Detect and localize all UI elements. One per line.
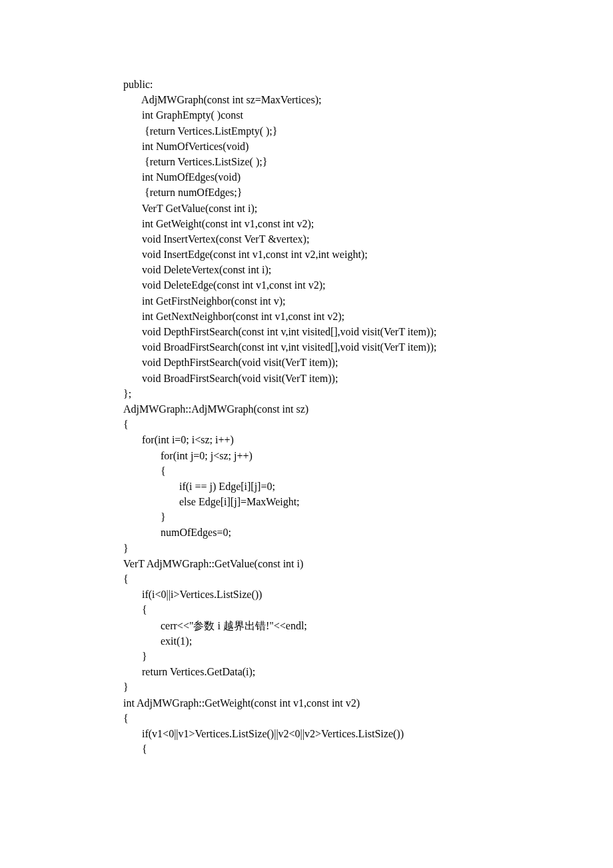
- code-line: void InsertEdge(const int v1,const int v…: [123, 247, 613, 262]
- code-line: AdjMWGraph(const int sz=MaxVertices);: [123, 92, 613, 107]
- code-line: }: [123, 649, 613, 664]
- code-line: int AdjMWGraph::GetWeight(const int v1,c…: [123, 695, 613, 711]
- code-line: int GetFirstNeighbor(const int v);: [123, 293, 613, 309]
- code-line: AdjMWGraph::AdjMWGraph(const int sz): [123, 401, 613, 417]
- code-line: {return Vertices.ListEmpty( );}: [123, 123, 613, 139]
- code-line: return Vertices.GetData(i);: [123, 664, 613, 679]
- code-line: {: [123, 417, 613, 432]
- code-line: numOfEdges=0;: [123, 525, 613, 540]
- code-line: else Edge[i][j]=MaxWeight;: [123, 494, 613, 509]
- code-line: {return Vertices.ListSize( );}: [123, 154, 613, 169]
- code-line: {: [123, 741, 613, 757]
- code-line: if(i<0||i>Vertices.ListSize()): [123, 587, 613, 602]
- code-line: {: [123, 463, 613, 479]
- code-line: {return numOfEdges;}: [123, 185, 613, 200]
- code-line: if(i == j) Edge[i][j]=0;: [123, 479, 613, 494]
- code-line: }: [123, 679, 613, 695]
- code-line: void BroadFirstSearch(const int v,int vi…: [123, 339, 613, 355]
- code-listing: public: AdjMWGraph(const int sz=MaxVerti…: [123, 77, 613, 757]
- code-line: {: [123, 571, 613, 587]
- code-line: VerT AdjMWGraph::GetValue(const int i): [123, 556, 613, 571]
- code-line: void BroadFirstSearch(void visit(VerT it…: [123, 371, 613, 386]
- code-line: int GetWeight(const int v1,const int v2)…: [123, 216, 613, 231]
- code-line: {: [123, 711, 613, 726]
- code-line: public:: [123, 77, 613, 92]
- code-line: VerT GetValue(const int i);: [123, 201, 613, 216]
- document-page: public: AdjMWGraph(const int sz=MaxVerti…: [0, 0, 613, 868]
- code-line: int GraphEmpty( )const: [123, 107, 613, 123]
- code-line: int NumOfVertices(void): [123, 139, 613, 154]
- code-line: }: [123, 541, 613, 556]
- code-line: exit(1);: [123, 633, 613, 649]
- code-line: cerr<<"参数 i 越界出错!"<<endl;: [123, 618, 613, 633]
- code-line: int GetNextNeighbor(const int v1,const i…: [123, 309, 613, 324]
- code-line: void DeleteEdge(const int v1,const int v…: [123, 277, 613, 293]
- code-line: {: [123, 602, 613, 617]
- code-line: if(v1<0||v1>Vertices.ListSize()||v2<0||v…: [123, 726, 613, 741]
- code-line: void DeleteVertex(const int i);: [123, 262, 613, 277]
- code-line: for(int i=0; i<sz; i++): [123, 432, 613, 447]
- code-line: void DepthFirstSearch(const int v,int vi…: [123, 324, 613, 339]
- code-line: }: [123, 509, 613, 525]
- code-line: void InsertVertex(const VerT &vertex);: [123, 231, 613, 247]
- code-line: int NumOfEdges(void): [123, 169, 613, 185]
- code-line: void DepthFirstSearch(void visit(VerT it…: [123, 355, 613, 370]
- code-line: for(int j=0; j<sz; j++): [123, 448, 613, 463]
- code-line: };: [123, 386, 613, 401]
